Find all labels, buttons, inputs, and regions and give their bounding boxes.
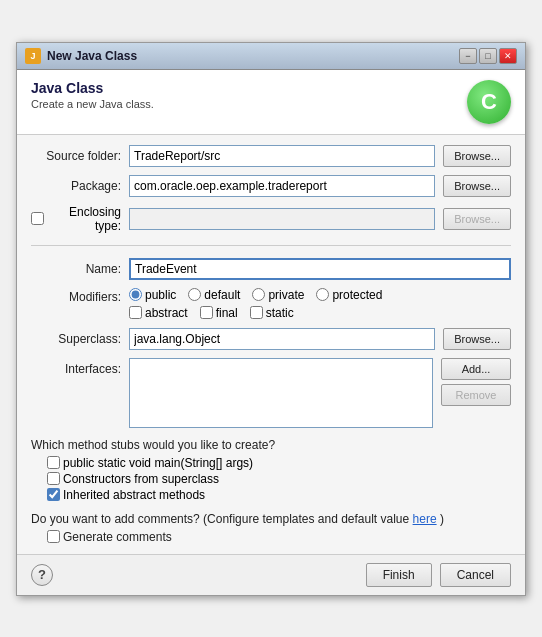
- header-text: Java Class Create a new Java class.: [31, 80, 154, 110]
- separator-1: [31, 245, 511, 246]
- modifiers-row: Modifiers: public default private: [31, 288, 511, 320]
- modifier-default-radio[interactable]: [188, 288, 201, 301]
- comments-end-text: ): [440, 512, 444, 526]
- name-label: Name:: [31, 262, 121, 276]
- finish-button[interactable]: Finish: [366, 563, 432, 587]
- superclass-browse-button[interactable]: Browse...: [443, 328, 511, 350]
- title-bar-controls: − □ ✕: [459, 48, 517, 64]
- stub-main-checkbox[interactable]: [47, 456, 60, 469]
- modifier-private-label: private: [268, 288, 304, 302]
- modifier-public-radio[interactable]: [129, 288, 142, 301]
- package-browse-button[interactable]: Browse...: [443, 175, 511, 197]
- enclosing-browse-button[interactable]: Browse...: [443, 208, 511, 230]
- source-folder-label: Source folder:: [31, 149, 121, 163]
- superclass-input[interactable]: [129, 328, 435, 350]
- modifier-final-item[interactable]: final: [200, 306, 238, 320]
- minimize-button[interactable]: −: [459, 48, 477, 64]
- package-row: Package: Browse...: [31, 175, 511, 197]
- new-java-class-dialog: J New Java Class − □ ✕ Java Class Create…: [16, 42, 526, 596]
- dialog-footer: ? Finish Cancel: [17, 554, 525, 595]
- title-bar: J New Java Class − □ ✕: [17, 43, 525, 70]
- modifier-default-label: default: [204, 288, 240, 302]
- modifier-abstract-item[interactable]: abstract: [129, 306, 188, 320]
- modifier-abstract-checkbox[interactable]: [129, 306, 142, 319]
- title-bar-text: New Java Class: [47, 49, 453, 63]
- close-button[interactable]: ✕: [499, 48, 517, 64]
- dialog-header: Java Class Create a new Java class. C: [17, 70, 525, 135]
- eclipse-logo: C: [467, 80, 511, 124]
- comments-link[interactable]: here: [413, 512, 437, 526]
- dialog-icon: J: [25, 48, 41, 64]
- modifier-public-item[interactable]: public: [129, 288, 176, 302]
- modifier-protected-label: protected: [332, 288, 382, 302]
- enclosing-type-row: Enclosing type: Browse...: [31, 205, 511, 233]
- interfaces-label: Interfaces:: [31, 358, 121, 376]
- cancel-button[interactable]: Cancel: [440, 563, 511, 587]
- superclass-row: Superclass: Browse...: [31, 328, 511, 350]
- stub-inherited-item[interactable]: Inherited abstract methods: [47, 488, 511, 502]
- modifier-private-item[interactable]: private: [252, 288, 304, 302]
- comments-question-text: Do you want to add comments? (Configure …: [31, 512, 409, 526]
- stub-inherited-checkbox[interactable]: [47, 488, 60, 501]
- stubs-options: public static void main(String[] args) C…: [31, 456, 511, 502]
- modifier-static-checkbox[interactable]: [250, 306, 263, 319]
- modifier-private-radio[interactable]: [252, 288, 265, 301]
- footer-right: Finish Cancel: [366, 563, 511, 587]
- modifiers-label: Modifiers:: [31, 288, 121, 304]
- modifier-protected-radio[interactable]: [316, 288, 329, 301]
- interfaces-add-button[interactable]: Add...: [441, 358, 511, 380]
- source-folder-row: Source folder: Browse...: [31, 145, 511, 167]
- form-body: Source folder: Browse... Package: Browse…: [17, 135, 525, 554]
- source-folder-input[interactable]: [129, 145, 435, 167]
- enclosing-type-input[interactable]: [129, 208, 435, 230]
- stub-constructors-item[interactable]: Constructors from superclass: [47, 472, 511, 486]
- modifier-protected-item[interactable]: protected: [316, 288, 382, 302]
- generate-comments-checkbox[interactable]: [47, 530, 60, 543]
- modifier-final-label: final: [216, 306, 238, 320]
- interfaces-remove-button[interactable]: Remove: [441, 384, 511, 406]
- modifiers-bottom-row: abstract final static: [129, 306, 382, 320]
- footer-left: ?: [31, 564, 53, 586]
- maximize-button[interactable]: □: [479, 48, 497, 64]
- modifiers-top-row: public default private protected: [129, 288, 382, 302]
- enclosing-type-check-area: Enclosing type:: [31, 205, 121, 233]
- modifier-static-item[interactable]: static: [250, 306, 294, 320]
- modifier-final-checkbox[interactable]: [200, 306, 213, 319]
- stubs-section: Which method stubs would you like to cre…: [31, 436, 511, 504]
- stub-main-label: public static void main(String[] args): [63, 456, 253, 470]
- modifier-static-label: static: [266, 306, 294, 320]
- stubs-question: Which method stubs would you like to cre…: [31, 438, 511, 452]
- generate-comments-label: Generate comments: [63, 530, 172, 544]
- interfaces-row: Interfaces: Add... Remove: [31, 358, 511, 428]
- dialog-title: Java Class: [31, 80, 154, 96]
- package-input[interactable]: [129, 175, 435, 197]
- superclass-label: Superclass:: [31, 332, 121, 346]
- stub-main-item[interactable]: public static void main(String[] args): [47, 456, 511, 470]
- source-folder-browse-button[interactable]: Browse...: [443, 145, 511, 167]
- stub-constructors-checkbox[interactable]: [47, 472, 60, 485]
- enclosing-type-label[interactable]: Enclosing type:: [48, 205, 121, 233]
- package-label: Package:: [31, 179, 121, 193]
- name-input[interactable]: [129, 258, 511, 280]
- stub-constructors-label: Constructors from superclass: [63, 472, 219, 486]
- interfaces-buttons: Add... Remove: [441, 358, 511, 406]
- modifier-default-item[interactable]: default: [188, 288, 240, 302]
- comments-question-row: Do you want to add comments? (Configure …: [31, 512, 511, 526]
- modifier-abstract-label: abstract: [145, 306, 188, 320]
- help-button[interactable]: ?: [31, 564, 53, 586]
- comments-section: Do you want to add comments? (Configure …: [31, 512, 511, 544]
- interfaces-list: [129, 358, 433, 428]
- stub-inherited-label: Inherited abstract methods: [63, 488, 205, 502]
- modifier-public-label: public: [145, 288, 176, 302]
- name-row: Name:: [31, 258, 511, 280]
- modifiers-options: public default private protected: [129, 288, 382, 320]
- enclosing-type-checkbox[interactable]: [31, 212, 44, 225]
- generate-comments-item[interactable]: Generate comments: [47, 530, 511, 544]
- dialog-subtitle: Create a new Java class.: [31, 98, 154, 110]
- comments-check-row: Generate comments: [31, 530, 511, 544]
